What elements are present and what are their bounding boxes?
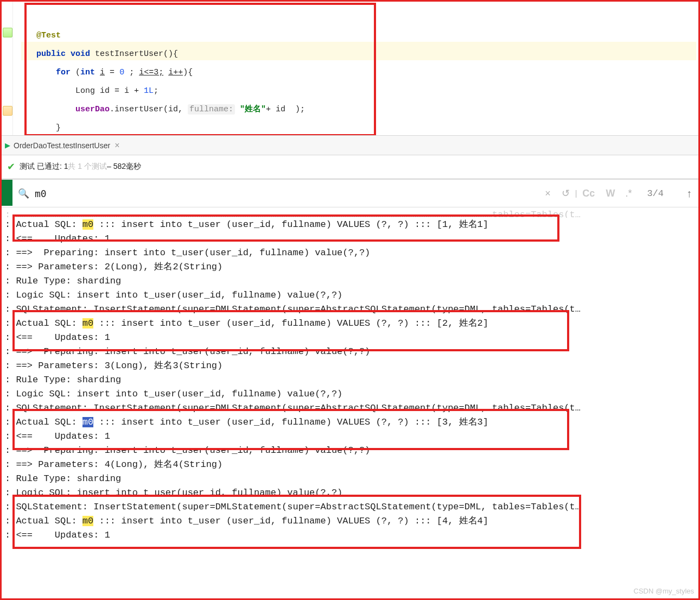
console-line: : <== Updates: 1 [5,232,697,246]
var-i: i [100,68,105,77]
num-0: 0 [119,68,124,77]
console-line: : ==> Preparing: insert into t_user(user… [5,246,697,260]
search-hit: m0 [82,219,93,230]
search-input[interactable] [34,187,539,200]
string-lit: "姓名" [240,105,266,114]
test-count-gray: 共 1 个测试 [68,162,107,172]
eq: = [110,68,114,77]
run-gutter-icon[interactable] [3,28,12,37]
console-line: : SQLStatement: InsertStatement(super=DM… [5,302,697,317]
sep: | [575,189,577,198]
console-line: : ==> Parameters: 3(Long), 姓名3(String) [5,359,697,373]
console-line: : ==> Preparing: insert into t_user(user… [5,444,697,458]
console-line: : <== Updates: 1 [5,430,697,444]
tail: + id ); [266,105,305,114]
console-line: : SQLStatement: InsertStatement(super=DM… [5,401,697,415]
editor-gutter [2,2,13,135]
console-line: : Rule Type: sharding [5,472,697,486]
whole-word-icon[interactable]: W [606,188,614,199]
console-line: : ==> Parameters: 2(Long), 姓名2(String) [5,260,697,274]
id-line: Long id = i + [75,86,144,96]
code-block: @Test public void testInsertUser(){ for … [36,8,692,156]
search-hit: m0 [82,318,93,329]
ide-window: @Test public void testInsertUser(){ for … [0,0,700,600]
cond: i<=3; [139,68,163,77]
search-hit: m0 [82,516,93,526]
inc: i++ [168,68,183,77]
kw-public: public [36,49,66,59]
kw-void: void [71,49,90,59]
search-icon[interactable]: 🔍 [18,188,29,199]
console-line: : <== Updates: 1 [5,331,697,345]
field: userDao [75,105,110,114]
num-1L: 1L [144,86,154,96]
test-status-bar: ✔ 测试 已通过: 1共 1 个测试 – 582毫秒 [2,155,698,179]
run-tab-bar: ▶ OrderDaoTest.testInsertUser × [2,135,698,155]
console-line: : Logic SQL: insert into t_user(user_id,… [5,486,697,500]
search-hit-selected: m0 [82,417,93,427]
prev-match-icon[interactable]: ↑ [686,187,692,200]
console-line: : Actual SQL: m0 ::: insert into t_user … [5,317,697,331]
console-line: : SQLStatement: InsertStatement(super=DM… [5,500,697,514]
console-output[interactable]: : ……………………………………………………………………………………………………… [3,206,697,597]
console-search-bar: 🔍 × ↺ | Cc W .* 3/4 ↑ [2,179,698,207]
console-line: : Actual SQL: m0 ::: insert into t_user … [5,514,697,528]
method-name: testInsertUser(){ [95,49,178,59]
rbrace: } [56,123,61,132]
hint-gutter-icon[interactable] [3,106,12,116]
match-case-icon[interactable]: Cc [582,188,595,199]
history-icon[interactable]: ↺ [562,187,570,199]
test-duration: – 582毫秒 [107,162,141,172]
clear-search-icon[interactable]: × [545,188,551,199]
console-line: : Rule Type: sharding [5,274,697,288]
run-tab-name[interactable]: OrderDaoTest.testInsertUser [14,141,110,150]
regex-icon[interactable]: .* [625,188,632,199]
annotation: @Test [36,31,61,40]
console-line: : Logic SQL: insert into t_user(user_id,… [5,387,697,401]
kw-for: for [56,68,71,77]
console-line: : ==> Preparing: insert into t_user(user… [5,345,697,359]
kw-int: int [80,68,95,77]
console-line: : Actual SQL: m0 ::: insert into t_user … [5,415,697,430]
console-line: : Rule Type: sharding [5,373,697,387]
run-arrow-icon[interactable]: ▶ [5,141,10,149]
console-line: : Logic SQL: insert into t_user(user_id,… [5,288,697,302]
watermark-text: CSDN @my_styles [634,587,694,595]
check-icon: ✔ [7,161,15,173]
code-editor[interactable]: @Test public void testInsertUser(){ for … [21,2,696,135]
console-line: : Actual SQL: m0 ::: insert into t_user … [5,218,697,232]
test-passed-text: 测试 已通过: 1 [20,162,68,172]
console-line: : ……………………………………………………………………………………………………… [5,208,697,218]
console-line: : <== Updates: 1 [5,528,697,542]
console-line: : ==> Parameters: 4(Long), 姓名4(String) [5,458,697,472]
search-result-count: 3/4 [647,188,664,199]
close-tab-icon[interactable]: × [114,141,119,150]
call: .insertUser(id, [110,105,188,114]
brace: ){ [183,68,193,77]
param-hint: fullname: [188,104,235,115]
